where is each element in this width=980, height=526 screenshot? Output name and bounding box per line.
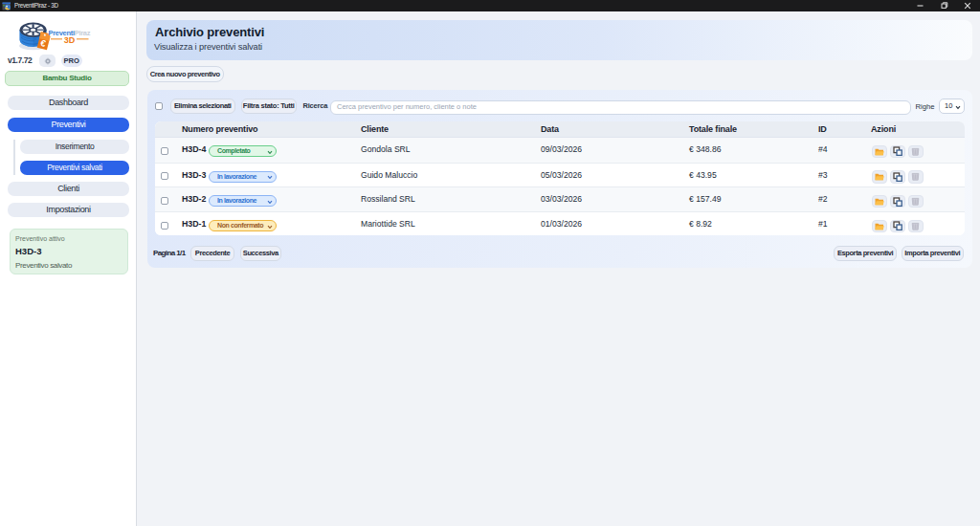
svg-text:3D: 3D <box>64 35 76 45</box>
